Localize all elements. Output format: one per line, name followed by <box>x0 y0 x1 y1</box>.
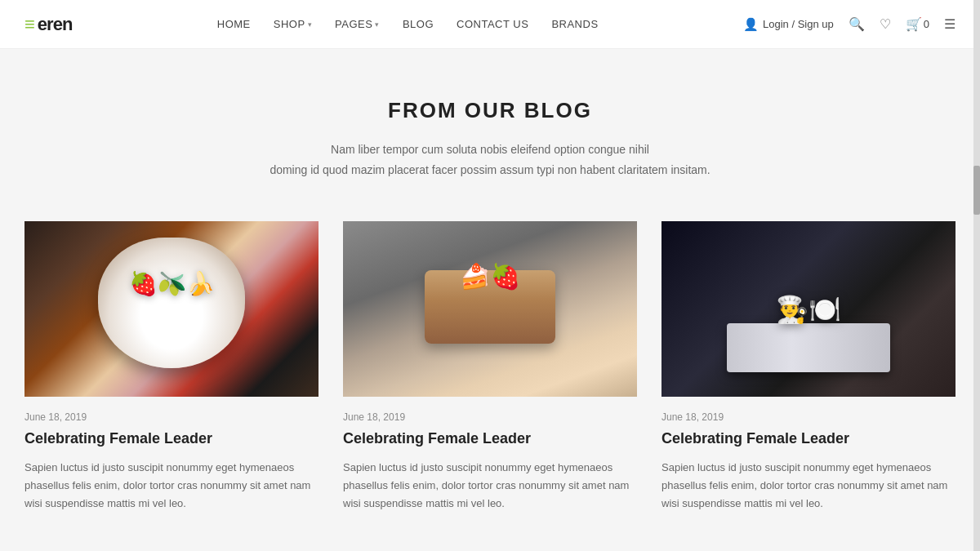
blog-date: June 18, 2019 <box>343 411 637 423</box>
cart-count: 0 <box>924 18 929 30</box>
logo[interactable]: ≡ eren <box>24 14 72 35</box>
blog-card-image <box>24 221 318 397</box>
login-button[interactable]: 👤 Login / Sign up <box>743 17 834 32</box>
food-image-chef <box>662 221 956 397</box>
logo-icon: ≡ <box>24 14 34 35</box>
blog-card-body: June 18, 2019 Celebrating Female Leader … <box>24 397 318 521</box>
menu-icon[interactable]: ☰ <box>944 16 956 32</box>
nav-blog[interactable]: BLOG <box>403 18 434 30</box>
blog-card-body: June 18, 2019 Celebrating Female Leader … <box>662 397 956 521</box>
logo-text: eren <box>38 14 72 35</box>
section-description: Nam liber tempor cum soluta nobis eleife… <box>245 140 735 180</box>
main-content: FROM OUR BLOG Nam liber tempor cum solut… <box>0 49 980 551</box>
blog-title: Celebrating Female Leader <box>662 429 956 448</box>
section-title: FROM OUR BLOG <box>24 98 956 123</box>
scrollbar[interactable] <box>973 0 980 551</box>
blog-grid: June 18, 2019 Celebrating Female Leader … <box>24 221 956 521</box>
blog-card[interactable]: June 18, 2019 Celebrating Female Leader … <box>662 221 956 521</box>
blog-card[interactable]: June 18, 2019 Celebrating Female Leader … <box>24 221 318 521</box>
blog-date: June 18, 2019 <box>24 411 318 423</box>
nav-right: 👤 Login / Sign up 🔍 ♡ 🛒 0 ☰ <box>743 16 956 32</box>
cart-icon: 🛒 <box>906 16 922 32</box>
food-image-cake <box>343 221 637 397</box>
navbar: ≡ eren HOME SHOP ▾ PAGES ▾ BLOG CONTACT … <box>0 0 980 49</box>
nav-shop[interactable]: SHOP ▾ <box>274 18 312 30</box>
blog-excerpt: Sapien luctus id justo suscipit nonummy … <box>24 459 318 513</box>
wishlist-icon[interactable]: ♡ <box>880 16 891 32</box>
blog-card-image <box>343 221 637 397</box>
blog-card[interactable]: June 18, 2019 Celebrating Female Leader … <box>343 221 637 521</box>
scrollbar-thumb[interactable] <box>973 166 980 215</box>
nav-pages[interactable]: PAGES ▾ <box>335 18 380 30</box>
search-icon[interactable]: 🔍 <box>849 16 865 32</box>
chevron-down-icon: ▾ <box>308 20 313 29</box>
nav-links: HOME SHOP ▾ PAGES ▾ BLOG CONTACT US BRAN… <box>217 18 599 30</box>
chevron-down-icon: ▾ <box>375 20 380 29</box>
nav-contact[interactable]: CONTACT US <box>457 18 528 30</box>
user-icon: 👤 <box>743 17 759 32</box>
blog-card-image <box>662 221 956 397</box>
blog-title: Celebrating Female Leader <box>343 429 637 448</box>
food-image-bowl <box>24 221 318 397</box>
blog-card-body: June 18, 2019 Celebrating Female Leader … <box>343 397 637 521</box>
blog-excerpt: Sapien luctus id justo suscipit nonummy … <box>662 459 956 513</box>
blog-date: June 18, 2019 <box>662 411 956 423</box>
blog-title: Celebrating Female Leader <box>24 429 318 448</box>
nav-home[interactable]: HOME <box>217 18 251 30</box>
blog-excerpt: Sapien luctus id justo suscipit nonummy … <box>343 459 637 513</box>
cart-button[interactable]: 🛒 0 <box>906 16 929 32</box>
section-header: FROM OUR BLOG Nam liber tempor cum solut… <box>24 98 956 180</box>
nav-brands[interactable]: BRANDS <box>551 18 598 30</box>
